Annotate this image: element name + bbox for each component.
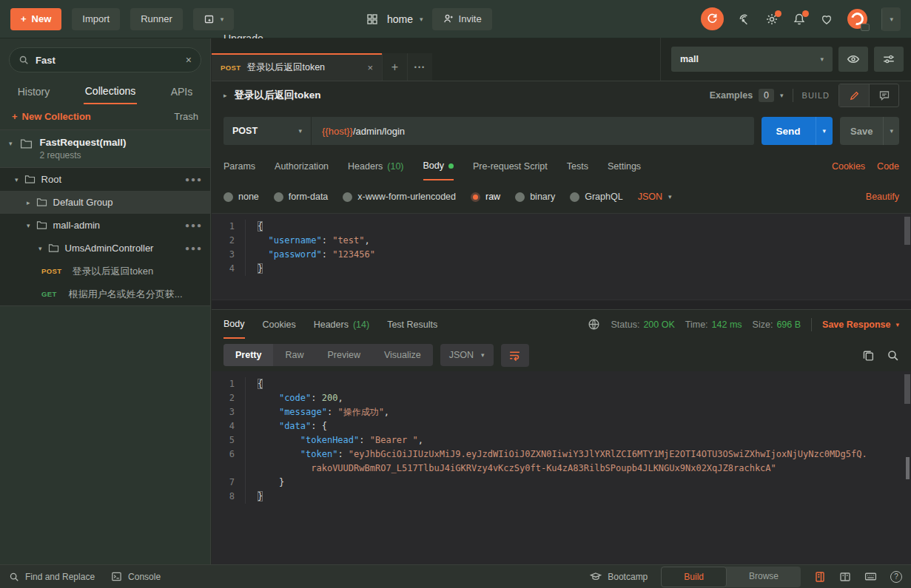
tab-options-button[interactable]: •••: [407, 53, 432, 81]
send-button[interactable]: Send: [762, 117, 816, 145]
tab-test-results[interactable]: Test Results: [387, 310, 437, 339]
response-body-editor[interactable]: 1{2 "code": 200,3 "message": "操作成功",4 "d…: [212, 371, 911, 564]
more-options-icon[interactable]: ●●●: [185, 175, 203, 183]
import-button[interactable]: Import: [72, 8, 120, 30]
scrollbar-thumb[interactable]: [904, 374, 910, 404]
environment-select[interactable]: mall ▾: [671, 47, 833, 72]
raw-type-select[interactable]: JSON ▾: [638, 192, 672, 202]
request-tab-active[interactable]: POST 登录以后返回token ×: [212, 53, 382, 81]
two-pane-view-button[interactable]: [839, 571, 851, 583]
edit-pencil-button[interactable]: [839, 84, 869, 107]
invite-button[interactable]: Invite: [432, 8, 492, 30]
scrollbar-thumb[interactable]: [904, 217, 910, 245]
tree-folder-default-group[interactable]: ▸ Default Group: [0, 191, 210, 214]
console-button[interactable]: Console: [111, 571, 161, 582]
tab-headers[interactable]: Headers (10): [348, 152, 403, 180]
build-button[interactable]: Build: [661, 567, 727, 587]
search-input[interactable]: [36, 55, 179, 66]
environment-quick-look-button[interactable]: [838, 47, 868, 72]
send-dropdown-button[interactable]: ▾: [816, 117, 833, 145]
view-pretty[interactable]: Pretty: [223, 344, 273, 366]
radio-label: x-www-form-urlencoded: [357, 192, 456, 202]
more-options-icon[interactable]: ●●●: [185, 244, 203, 252]
radio-x-www-form-urlencoded[interactable]: x-www-form-urlencoded: [343, 192, 456, 202]
tab-pre-request-script[interactable]: Pre-request Script: [473, 152, 548, 180]
tree-folder-mall-admin[interactable]: ▾ mall-admin ●●●: [0, 214, 210, 237]
help-icon[interactable]: ?: [890, 571, 902, 583]
sync-button[interactable]: [701, 7, 724, 30]
code-link[interactable]: Code: [877, 161, 899, 172]
tab-body[interactable]: Body: [423, 152, 454, 180]
tab-authorization[interactable]: Authorization: [275, 152, 329, 180]
wrap-text-button[interactable]: [501, 344, 529, 367]
workspace-switcher[interactable]: home ▾: [387, 13, 423, 25]
save-response-label: Save Response: [822, 320, 890, 330]
view-visualize[interactable]: Visualize: [372, 344, 433, 366]
tree-request-get-users[interactable]: GET 根据用户名或姓名分页获...: [0, 283, 210, 305]
new-collection-button[interactable]: + New Collection: [12, 111, 91, 122]
notifications-bell-icon[interactable]: [793, 13, 806, 26]
user-avatar[interactable]: [847, 9, 867, 29]
collection-header[interactable]: ▾ FastRequest(mall) 2 requests: [0, 129, 210, 168]
save-response-button[interactable]: Save Response ▾: [822, 320, 899, 330]
url-input[interactable]: {{host}}/admin/login: [312, 117, 754, 145]
tab-response-cookies[interactable]: Cookies: [263, 310, 296, 339]
folder-icon: [36, 197, 47, 207]
save-button[interactable]: Save: [840, 117, 883, 145]
save-dropdown-button[interactable]: ▾: [883, 117, 899, 145]
collapse-triangle-icon[interactable]: ▸: [223, 92, 227, 99]
environment-settings-button[interactable]: [874, 47, 904, 72]
favorites-heart-icon[interactable]: [820, 13, 833, 26]
beautify-link[interactable]: Beautify: [866, 192, 899, 202]
response-format-select[interactable]: JSON ▾: [440, 344, 494, 366]
new-window-button[interactable]: ▾: [193, 8, 235, 30]
tab-params[interactable]: Params: [223, 152, 255, 180]
more-options-icon[interactable]: ●●●: [185, 221, 203, 229]
upgrade-dropdown-button[interactable]: ▾: [881, 7, 901, 31]
horizontal-scrollbar[interactable]: [212, 300, 911, 309]
tree-folder-umsadmincontroller[interactable]: ▾ UmsAdminController ●●●: [0, 237, 210, 260]
changelog-panel-button[interactable]: [814, 571, 826, 583]
tree-item-label: mall-admin: [53, 220, 101, 231]
tab-response-headers[interactable]: Headers (14): [314, 310, 369, 339]
tab-settings[interactable]: Settings: [608, 152, 641, 180]
view-raw[interactable]: Raw: [273, 344, 315, 366]
keyboard-shortcuts-button[interactable]: [864, 570, 877, 583]
chevron-down-icon: ▾: [820, 55, 824, 63]
cookies-link[interactable]: Cookies: [832, 161, 865, 172]
response-view-switcher: Pretty Raw Preview Visualize: [223, 344, 433, 366]
radio-graphql[interactable]: GraphQL: [570, 192, 622, 202]
examples-dropdown[interactable]: Examples 0 ▾: [710, 89, 784, 102]
chevron-down-icon: ▾: [481, 351, 485, 359]
view-preview[interactable]: Preview: [315, 344, 372, 366]
radio-form-data[interactable]: form-data: [274, 192, 329, 202]
tab-history[interactable]: History: [16, 78, 52, 104]
bootcamp-button[interactable]: Bootcamp: [590, 571, 648, 583]
comment-button[interactable]: [869, 84, 898, 107]
browse-button[interactable]: Browse: [727, 567, 801, 587]
radio-raw[interactable]: raw: [471, 192, 500, 202]
copy-response-icon[interactable]: [862, 349, 875, 362]
capture-requests-icon[interactable]: [738, 13, 751, 26]
tab-tests[interactable]: Tests: [567, 152, 588, 180]
radio-none[interactable]: none: [223, 192, 259, 202]
tab-response-body[interactable]: Body: [223, 310, 245, 339]
trash-button[interactable]: Trash: [174, 111, 198, 122]
network-globe-icon[interactable]: [588, 318, 600, 331]
settings-gear-icon[interactable]: [765, 13, 779, 26]
new-button[interactable]: + New: [10, 8, 61, 30]
radio-binary[interactable]: binary: [515, 192, 555, 202]
tab-apis[interactable]: APIs: [169, 78, 195, 104]
new-tab-button[interactable]: +: [382, 53, 407, 81]
clear-search-icon[interactable]: ×: [186, 54, 192, 66]
tab-collections[interactable]: Collections: [84, 78, 137, 104]
method-select[interactable]: POST ▾: [223, 117, 311, 145]
request-body-editor[interactable]: 1{2 "username": "test",3 "password": "12…: [212, 213, 911, 309]
runner-button[interactable]: Runner: [130, 8, 183, 30]
find-and-replace-button[interactable]: Find and Replace: [9, 572, 95, 582]
search-response-icon[interactable]: [887, 349, 899, 362]
tree-request-login-token[interactable]: POST 登录以后返回token: [0, 260, 210, 283]
tree-folder-root[interactable]: ▾ Root ●●●: [0, 168, 210, 191]
comment-icon: [878, 89, 890, 101]
close-tab-icon[interactable]: ×: [367, 62, 373, 73]
